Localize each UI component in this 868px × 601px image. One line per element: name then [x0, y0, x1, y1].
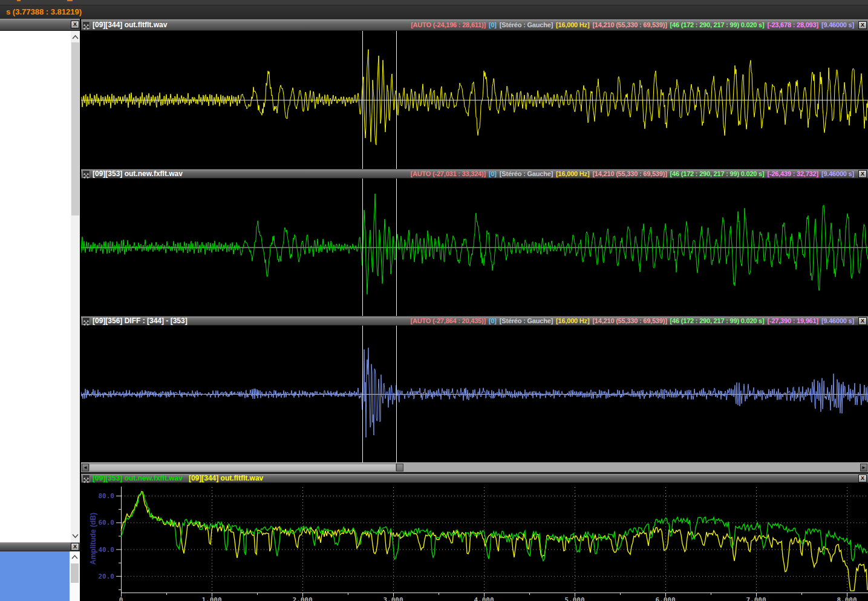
- close-icon[interactable]: X: [858, 317, 867, 325]
- track-number-value: [0]: [489, 317, 497, 324]
- waveform-view-344[interactable]: [81, 31, 868, 169]
- selection-samples-value: [14,210 (55,330 : 69,539)]: [592, 317, 667, 324]
- svg-text:3,000: 3,000: [383, 596, 403, 601]
- close-icon[interactable]: X: [71, 543, 79, 551]
- svg-text:60.0: 60.0: [99, 519, 115, 527]
- close-icon[interactable]: X: [858, 475, 867, 482]
- panel-titlebar-356[interactable]: [09][356] DIFF : [344] - [353] [AUTO (-2…: [81, 316, 868, 326]
- minmax-value: [-23,678 : 28,093]: [767, 21, 818, 28]
- clipped-toolbar-artifact: [67, 0, 73, 1]
- move-arrows-icon[interactable]: [82, 475, 90, 482]
- selection-samples-value: [14,210 (55,330 : 69,539)]: [592, 21, 667, 28]
- view-info-value: [46 (172 : 290, 217 : 99) 0.020 s]: [670, 317, 765, 324]
- top-window-strip: [0, 0, 868, 5]
- svg-text:4,000: 4,000: [474, 596, 494, 601]
- svg-text:2,000: 2,000: [292, 596, 312, 601]
- svg-text:Amplitude (dB): Amplitude (dB): [89, 513, 97, 565]
- auto-range-value: [AUTO (-24,196 : 28,611)]: [411, 21, 486, 28]
- svg-text:5,000: 5,000: [564, 596, 584, 601]
- bottom-left-vertical-scrollbar[interactable]: [70, 551, 80, 601]
- auto-range-value: [AUTO (-27,031 : 33,324)]: [411, 170, 486, 177]
- scrollbar-thumb[interactable]: [71, 42, 79, 215]
- scrollbar-thumb[interactable]: [89, 464, 396, 471]
- channel-value: [Stéréo : Gauche]: [500, 170, 553, 177]
- panel-titlebar-353[interactable]: [09][353] out.new.fxflt.wav [AUTO (-27,0…: [81, 169, 868, 179]
- bottom-left-panel-titlebar[interactable]: X: [0, 542, 80, 551]
- svg-text:8,000: 8,000: [837, 596, 857, 601]
- waveform-view-353[interactable]: [81, 179, 868, 316]
- panel-info-values: [AUTO (-27,031 : 33,324)] [0] [Stéréo : …: [411, 170, 854, 177]
- scroll-left-arrow-icon[interactable]: ◄: [82, 464, 89, 471]
- selection-range-text: s (3.77388 : 3.81219): [6, 7, 82, 16]
- close-icon[interactable]: X: [71, 21, 79, 28]
- auto-range-value: [AUTO (-27,864 : 20,435)]: [411, 317, 486, 324]
- track-number-value: [0]: [489, 21, 497, 28]
- panel-title: [09][356] DIFF : [344] - [353]: [93, 317, 188, 325]
- spectrum-plot[interactable]: 80.060.040.020.001,0002,0003,0004,0005,0…: [81, 483, 868, 601]
- panel-info-values: [AUTO (-24,196 : 28,611)] [0] [Stéréo : …: [411, 21, 854, 28]
- waveform-view-356[interactable]: [81, 326, 868, 462]
- svg-text:6,000: 6,000: [655, 596, 675, 601]
- svg-text:1,000: 1,000: [201, 596, 221, 601]
- legend-item-344: [09][344] out.fltflt.wav: [189, 474, 263, 482]
- view-info-value: [46 (172 : 290, 217 : 99) 0.020 s]: [670, 170, 765, 177]
- scroll-up-arrow-icon[interactable]: [70, 553, 79, 562]
- track-number-value: [0]: [489, 170, 497, 177]
- legend-item-353: [09][353] out.new.fxflt.wav: [93, 474, 183, 482]
- scroll-up-arrow-icon[interactable]: [71, 33, 80, 42]
- panel-title: [09][344] out.fltflt.wav: [93, 21, 167, 29]
- bottom-left-blue-panel: [0, 551, 70, 601]
- scroll-down-arrow-icon[interactable]: [71, 531, 80, 540]
- duration-value: [9.46000 s]: [821, 21, 854, 28]
- minmax-value: [-26,439 : 32,732]: [767, 170, 818, 177]
- minmax-value: [-27,390 : 19,961]: [767, 317, 818, 324]
- view-info-value: [46 (172 : 290, 217 : 99) 0.020 s]: [670, 21, 765, 28]
- left-panel-titlebar[interactable]: X: [0, 19, 80, 31]
- duration-value: [9.46000 s]: [821, 170, 854, 177]
- left-vertical-scrollbar[interactable]: [71, 31, 80, 542]
- channel-value: [Stéréo : Gauche]: [500, 21, 553, 28]
- samplerate-value: [16,000 Hz]: [556, 170, 589, 177]
- channel-value: [Stéréo : Gauche]: [500, 317, 553, 324]
- move-arrows-icon[interactable]: [82, 317, 90, 325]
- selection-samples-value: [14,210 (55,330 : 69,539)]: [592, 170, 667, 177]
- close-icon[interactable]: X: [858, 21, 867, 29]
- clipped-toolbar-artifact: [17, 0, 21, 1]
- svg-text:80.0: 80.0: [99, 492, 115, 500]
- duration-value: [9.46000 s]: [821, 317, 854, 324]
- svg-text:40.0: 40.0: [99, 546, 115, 554]
- panel-titlebar-344[interactable]: [09][344] out.fltflt.wav [AUTO (-24,196 …: [81, 19, 868, 31]
- scroll-right-arrow-icon[interactable]: ►: [860, 464, 867, 471]
- waveform-workspace: [09][344] out.fltflt.wav [AUTO (-24,196 …: [81, 19, 868, 601]
- svg-text:7,000: 7,000: [746, 596, 766, 601]
- scrollbar-track[interactable]: [403, 464, 860, 471]
- scrollbar-thumb-grip[interactable]: [396, 464, 403, 471]
- close-icon[interactable]: X: [858, 170, 867, 178]
- left-empty-panel: [0, 31, 71, 542]
- scrollbar-thumb[interactable]: [71, 563, 79, 583]
- samplerate-value: [16,000 Hz]: [556, 317, 589, 324]
- selection-status-bar: s (3.77388 : 3.81219): [0, 5, 868, 19]
- horizontal-scrollbar[interactable]: ◄ ►: [81, 462, 868, 473]
- panel-title: [09][353] out.new.fxflt.wav: [93, 169, 183, 178]
- spectrum-titlebar[interactable]: [09][353] out.new.fxflt.wav [09][344] ou…: [81, 473, 868, 483]
- samplerate-value: [16,000 Hz]: [556, 21, 589, 28]
- panel-info-values: [AUTO (-27,864 : 20,435)] [0] [Stéréo : …: [411, 317, 854, 324]
- audio-editor-window: s (3.77388 : 3.81219) X X [09][344] out.…: [0, 0, 868, 601]
- move-arrows-icon[interactable]: [82, 170, 90, 178]
- move-arrows-icon[interactable]: [82, 21, 90, 29]
- svg-text:0: 0: [119, 596, 123, 601]
- svg-text:20.0: 20.0: [99, 573, 115, 580]
